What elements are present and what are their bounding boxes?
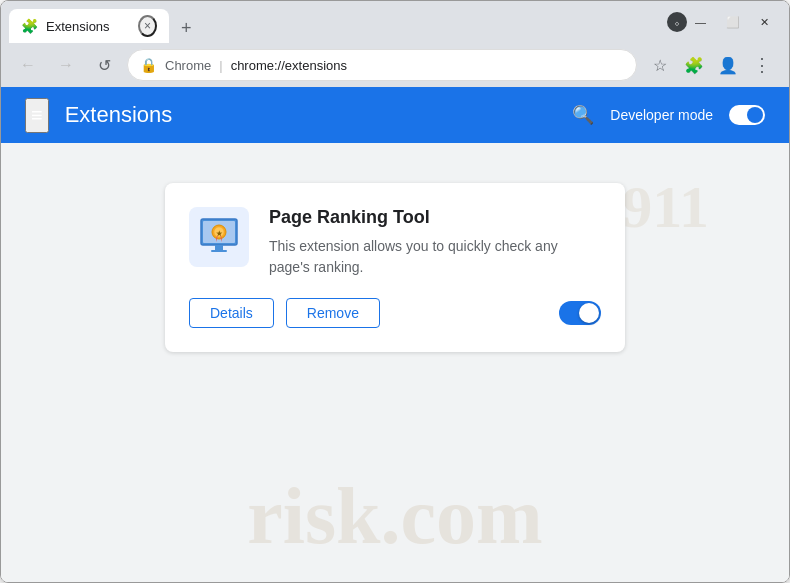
extension-icon-container: ★ <box>189 207 249 278</box>
tab-area: 🧩 Extensions × + <box>9 1 663 43</box>
bookmark-button[interactable]: ☆ <box>645 50 675 80</box>
more-menu-button[interactable]: ⋮ <box>747 50 777 80</box>
header-search-button[interactable]: 🔍 <box>572 104 594 126</box>
profile-dropdown-icon[interactable]: ⬦ <box>667 12 687 32</box>
browser-window: 🧩 Extensions × + ⬦ — ⬜ ✕ ← → ↺ 🔒 Chrome … <box>0 0 790 583</box>
hamburger-menu-button[interactable]: ≡ <box>25 98 49 133</box>
watermark-bottom: risk.com <box>247 471 543 562</box>
address-bar[interactable]: 🔒 Chrome | chrome://extensions <box>127 49 637 81</box>
back-button[interactable]: ← <box>13 50 43 80</box>
reload-button[interactable]: ↺ <box>89 50 119 80</box>
tab-extension-icon: 🧩 <box>21 18 38 34</box>
card-top: ★ Page Ranking Tool This extension allow… <box>189 207 601 278</box>
card-actions: Details Remove <box>189 298 601 328</box>
watermark-top: 911 <box>622 173 709 242</box>
toggle-knob <box>747 107 763 123</box>
profile-button[interactable]: 👤 <box>713 50 743 80</box>
developer-mode-label: Developer mode <box>610 107 713 123</box>
active-tab[interactable]: 🧩 Extensions × <box>9 9 169 43</box>
svg-rect-2 <box>215 245 223 250</box>
extension-description: This extension allows you to quickly che… <box>269 236 601 278</box>
address-bar-row: ← → ↺ 🔒 Chrome | chrome://extensions ☆ 🧩… <box>1 43 789 87</box>
extensions-toolbar-button[interactable]: 🧩 <box>679 50 709 80</box>
card-info: Page Ranking Tool This extension allows … <box>269 207 601 278</box>
developer-mode-toggle[interactable] <box>729 105 765 125</box>
forward-button[interactable]: → <box>51 50 81 80</box>
site-security-icon: 🔒 <box>140 57 157 73</box>
extensions-page-title: Extensions <box>65 102 557 128</box>
url-text: chrome://extensions <box>231 58 624 73</box>
tab-close-button[interactable]: × <box>138 15 157 37</box>
details-button[interactable]: Details <box>189 298 274 328</box>
window-controls: — ⬜ ✕ <box>687 12 781 33</box>
close-button[interactable]: ✕ <box>752 12 777 33</box>
extension-icon-svg: ★ <box>195 213 243 261</box>
svg-text:★: ★ <box>216 230 223 237</box>
svg-rect-3 <box>211 250 227 252</box>
tab-title: Extensions <box>46 19 130 34</box>
title-bar: 🧩 Extensions × + ⬦ — ⬜ ✕ <box>1 1 789 43</box>
header-actions: 🔍 Developer mode <box>572 104 765 126</box>
main-content: 911 <box>1 143 789 582</box>
extension-name: Page Ranking Tool <box>269 207 601 228</box>
extensions-header: ≡ Extensions 🔍 Developer mode <box>1 87 789 143</box>
minimize-button[interactable]: — <box>687 12 714 32</box>
extension-toggle-knob <box>579 303 599 323</box>
address-actions: ☆ 🧩 👤 ⋮ <box>645 50 777 80</box>
new-tab-button[interactable]: + <box>173 14 200 43</box>
remove-button[interactable]: Remove <box>286 298 380 328</box>
extension-enabled-toggle[interactable] <box>559 301 601 325</box>
extension-card: ★ Page Ranking Tool This extension allow… <box>165 183 625 352</box>
maximize-button[interactable]: ⬜ <box>718 12 748 33</box>
chrome-label: Chrome <box>165 58 211 73</box>
url-separator: | <box>219 58 222 73</box>
extension-icon: ★ <box>189 207 249 267</box>
